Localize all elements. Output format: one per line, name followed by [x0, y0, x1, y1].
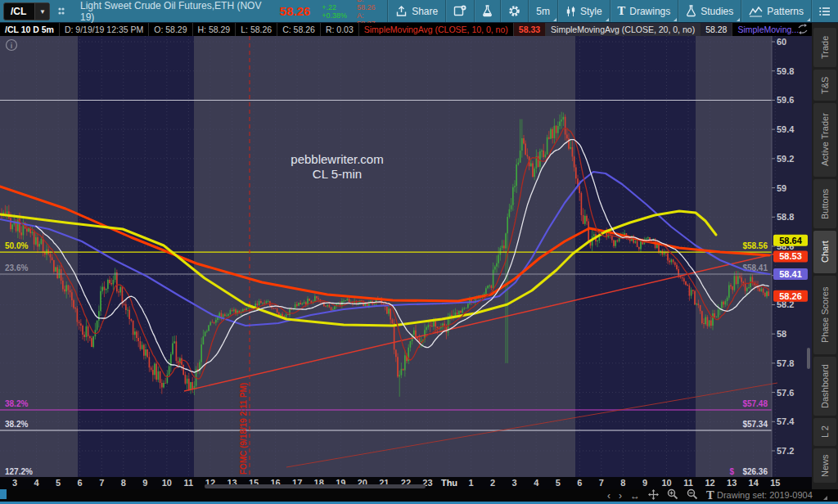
scroll-right-icon[interactable]: ›: [619, 490, 622, 502]
sidebar-tab-news[interactable]: News: [813, 448, 836, 483]
session-band: [575, 36, 696, 477]
sidebar-tab-phase-scores[interactable]: Phase Scores: [813, 276, 836, 354]
price-bubble-value: 58.26: [779, 291, 802, 301]
sma20-label[interactable]: SimpleMovingAvg (CLOSE, 20, 0, no): [546, 23, 701, 36]
pan-icon[interactable]: [648, 489, 659, 502]
watermark-line1: pebblewriter.com: [291, 152, 383, 166]
zoom-out-icon[interactable]: [687, 488, 698, 502]
analyze-button[interactable]: [474, 0, 500, 22]
drawings-button[interactable]: T Drawings: [610, 0, 678, 22]
sidebar-tab-t-s[interactable]: T&S: [813, 70, 836, 101]
time-axis-label: 10: [162, 478, 172, 488]
bar-range: R: 0.03: [321, 23, 359, 36]
time-axis-label: 8: [121, 478, 126, 488]
dropdown-corner: [737, 18, 740, 21]
notes-button[interactable]: [445, 0, 474, 22]
axis-tick-label: 57.4: [777, 416, 795, 426]
sidebar-tab-buttons[interactable]: Buttons: [813, 179, 836, 228]
scroll-home-chip[interactable]: [0, 489, 7, 499]
time-axis-label: 5: [556, 478, 561, 488]
style-label: Style: [580, 6, 602, 17]
list-menu-icon: [819, 7, 831, 16]
chart-canvas[interactable]: 50.0%$58.5623.6%$58.4138.2%$57.4838.2%$5…: [0, 36, 812, 489]
top-toolbar: /CL ▼ Light Sweet Crude Oil Futures,ETH …: [0, 0, 838, 23]
price-change: +.22 +0.38%: [317, 0, 352, 22]
level-extra-dollar: $: [729, 467, 734, 476]
bar-close: C: 58.26: [277, 23, 321, 36]
symbol-selector[interactable]: /CL ▼: [3, 2, 50, 20]
info-glyph: i: [11, 42, 13, 50]
scroll-left-icon[interactable]: ‹: [607, 490, 610, 502]
time-axis-label: 4: [34, 478, 39, 488]
symbol-dropdown-button[interactable]: ▼: [34, 3, 49, 20]
text-tool-icon: T: [618, 5, 626, 17]
time-axis-label: 6: [78, 478, 83, 488]
symbol-text: /CL: [4, 6, 34, 17]
drawing-set-selector[interactable]: Drawing set: 2019-0904: [717, 490, 813, 500]
time-axis-label: 10: [661, 478, 671, 488]
level-left-label: 38.2%: [5, 399, 28, 408]
fomc-event-label: FOMC (9/18/19 2:11 PM): [239, 383, 248, 475]
price-bubble-value: 58.53: [779, 251, 802, 261]
sidebar-tab-dashboard[interactable]: Dashboard: [813, 357, 836, 416]
price-bubble: 58.41: [773, 268, 808, 280]
price-bubble-value: 58.41: [779, 269, 802, 279]
sma-more-label[interactable]: SimpleMoving...: [732, 23, 804, 36]
bar-low: L: 58.26: [236, 23, 277, 36]
dropdown-corner: [674, 18, 677, 21]
axis-tick-label: 59.6: [777, 95, 794, 105]
symbol-link-icon[interactable]: [53, 0, 69, 22]
time-axis-label: 14: [749, 478, 759, 488]
drawing-set-corner: [823, 496, 827, 500]
style-button[interactable]: Style: [557, 0, 610, 22]
axis-tick-label: 60: [777, 37, 786, 47]
axis-scroll-thumb[interactable]: [807, 348, 810, 369]
time-axis-label: 5: [56, 478, 61, 488]
sma10-label[interactable]: SimpleMovingAvg (CLOSE, 10, 0, no): [359, 23, 514, 36]
text-note-tool-icon[interactable]: T: [706, 490, 714, 502]
axis-settings-icon[interactable]: [797, 24, 809, 36]
expand-horizontal-icon[interactable]: ↔: [630, 490, 640, 502]
change-percent: +0.38%: [322, 11, 347, 20]
share-label: Share: [412, 6, 438, 17]
level-left-label: 50.0%: [5, 241, 28, 250]
time-axis-label: 7: [599, 478, 604, 488]
price-bubble: 58.53: [773, 250, 808, 262]
patterns-button[interactable]: Patterns: [741, 0, 811, 22]
chart-menu-button[interactable]: [811, 0, 838, 22]
axis-tick-label: 58.8: [777, 212, 794, 222]
price-bubble-value: 58.64: [779, 236, 802, 245]
sidebar-tab-active-trader[interactable]: Active Trader: [813, 103, 836, 177]
ohlc-status-bar: /CL 10 D 5m D: 9/19/19 12:35 PM O: 58.29…: [0, 23, 812, 36]
sidebar-tab-l-2[interactable]: L 2: [813, 418, 836, 446]
timeframe-button[interactable]: 5m: [528, 0, 557, 22]
zoom-in-icon[interactable]: [667, 488, 678, 502]
dropdown-corner: [606, 18, 609, 21]
last-price: 58.26: [273, 0, 318, 22]
bid-ask: B: 58.26 A: 58.27: [352, 0, 387, 22]
axis-tick-label: 57.6: [777, 388, 794, 398]
time-axis-label: 3: [12, 478, 17, 488]
drawings-label: Drawings: [629, 6, 670, 17]
time-axis-label: 1: [468, 478, 473, 488]
sma20-value: 58.28: [701, 23, 732, 36]
instrument-title: Light Sweet Crude Oil Futures,ETH (NOV 1…: [69, 0, 273, 22]
dropdown-corner: [553, 18, 556, 21]
time-axis-label: 13: [727, 478, 737, 488]
sidebar-tab-chart[interactable]: Chart: [813, 231, 836, 273]
time-axis-label: 9: [642, 478, 647, 488]
sidebar-tab-trade[interactable]: Trade: [813, 28, 836, 67]
studies-button[interactable]: Studies: [678, 0, 741, 22]
settings-button[interactable]: [500, 0, 528, 22]
time-axis-label: 8: [620, 478, 625, 488]
chart-style-icon: [565, 6, 576, 17]
bottom-toolbar: ‹ › ↔ T Drawing set: 2019-0904: [0, 489, 838, 504]
sma10-value: 58.33: [514, 23, 546, 36]
time-axis-label: Thu: [441, 478, 457, 488]
horizontal-scroll-thumb[interactable]: [205, 484, 426, 488]
axis-tick-label: 59.2: [777, 154, 794, 164]
time-axis-label: 15: [770, 478, 780, 488]
timeframe-label: 5m: [536, 6, 550, 17]
share-button[interactable]: Share: [387, 0, 445, 22]
time-axis-label: 11: [184, 478, 194, 488]
